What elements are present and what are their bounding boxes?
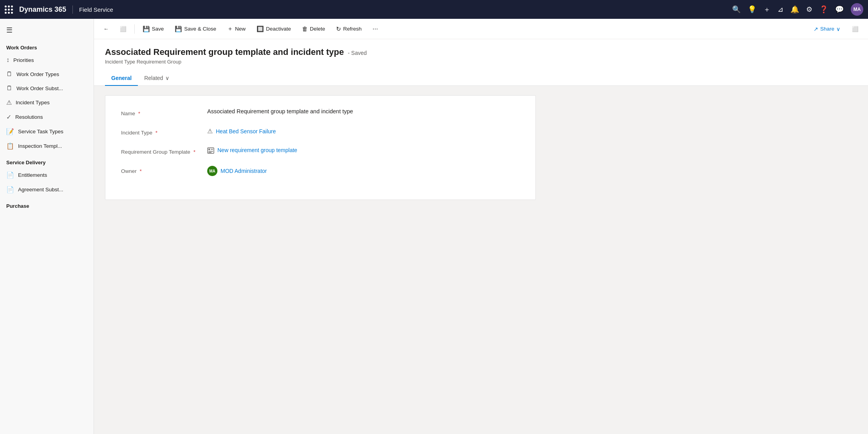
form-row-name: Name * Associated Requirement group temp… (121, 108, 520, 116)
module-name[interactable]: Field Service (79, 6, 113, 13)
bell-icon[interactable]: 🔔 (790, 5, 799, 14)
tab-general-label: General (111, 75, 132, 81)
sidebar-item-label: Work Order Types (16, 71, 59, 77)
save-close-label: Save & Close (184, 26, 216, 32)
deactivate-icon: 🔲 (257, 25, 264, 33)
form-row-incident-type: Incident Type * ⚠ Heat Bed Sensor Failur… (121, 127, 520, 136)
sidebar-item-entitlements[interactable]: 📄 Entitlements (0, 168, 94, 182)
req-group-required: * (193, 149, 195, 155)
owner-avatar: MA (207, 166, 217, 176)
req-group-label: Requirement Group Template * (121, 147, 207, 155)
entitlements-icon: 📄 (6, 171, 14, 179)
sidebar-item-label: Entitlements (18, 172, 47, 178)
more-button[interactable]: ⋯ (368, 24, 383, 35)
back-button[interactable]: ← (99, 24, 114, 34)
toolbar: ← ⬜ 💾 Save 💾 Save & Close ＋ New 🔲 Deacti… (94, 19, 868, 39)
inspection-templ-icon: 📋 (6, 142, 14, 150)
share-icon: ↗ (814, 26, 818, 32)
sidebar-toggle[interactable]: ☰ (0, 22, 94, 38)
open-new-icon: ⬜ (120, 26, 127, 32)
req-group-link[interactable]: New requirement group template (207, 147, 520, 154)
filter-icon[interactable]: ⊿ (778, 5, 783, 14)
save-label: Save (152, 26, 164, 32)
incident-type-required: * (156, 130, 157, 136)
resolutions-icon: ✓ (6, 113, 11, 121)
main-layout: ☰ Work Orders ↕ Priorities 🗒 Work Order … (0, 19, 868, 434)
refresh-label: Refresh (343, 26, 362, 32)
sidebar-item-inspection-templ[interactable]: 📋 Inspection Templ... (0, 139, 94, 153)
sidebar-item-priorities[interactable]: ↕ Priorities (0, 53, 94, 67)
incident-type-value: ⚠ Heat Bed Sensor Failure (207, 127, 520, 135)
sidebar-item-incident-types[interactable]: ⚠ Incident Types (0, 95, 94, 110)
save-close-icon: 💾 (175, 25, 182, 33)
saved-badge: - Saved (348, 50, 367, 56)
save-icon: 💾 (143, 25, 150, 33)
lightbulb-icon[interactable]: 💡 (748, 5, 756, 14)
delete-label: Delete (310, 26, 325, 32)
sidebar-item-label: Priorities (13, 57, 34, 63)
sidebar-item-resolutions[interactable]: ✓ Resolutions (0, 110, 94, 124)
sidebar-item-label: Resolutions (15, 114, 43, 120)
incident-type-link[interactable]: ⚠ Heat Bed Sensor Failure (207, 127, 520, 135)
form-container: Name * Associated Requirement group temp… (94, 86, 868, 434)
save-button[interactable]: 💾 Save (138, 23, 169, 35)
sidebar-item-label: Incident Types (16, 100, 50, 105)
popout-button[interactable]: ⬜ (847, 24, 863, 35)
page-title: Associated Requirement group template an… (105, 47, 857, 57)
sidebar-item-label: Inspection Templ... (18, 143, 62, 149)
refresh-icon: ↻ (336, 25, 341, 33)
name-value[interactable]: Associated Requirement group template an… (207, 108, 520, 114)
sidebar-item-label: Service Task Types (18, 129, 63, 134)
svg-point-1 (208, 149, 210, 150)
sidebar-item-service-task-types[interactable]: 📝 Service Task Types (0, 124, 94, 139)
sidebar-item-agreement-subst[interactable]: 📄 Agreement Subst... (0, 182, 94, 197)
search-icon[interactable]: 🔍 (732, 5, 741, 14)
tab-general[interactable]: General (105, 71, 138, 86)
name-label: Name * (121, 108, 207, 116)
user-avatar[interactable]: MA (851, 3, 863, 16)
back-icon: ← (103, 26, 109, 32)
delete-button[interactable]: 🗑 Delete (297, 23, 330, 35)
chat-icon[interactable]: 💬 (835, 5, 844, 14)
req-group-value: New requirement group template (207, 147, 520, 154)
svg-rect-3 (208, 151, 213, 152)
page-header: Associated Requirement group template an… (94, 39, 868, 65)
toolbar-right: ↗ Share ∨ ⬜ (808, 24, 863, 35)
owner-required: * (140, 168, 142, 174)
share-button[interactable]: ↗ Share ∨ (808, 24, 846, 35)
sidebar-item-work-order-types[interactable]: 🗒 Work Order Types (0, 67, 94, 81)
refresh-button[interactable]: ↻ Refresh (331, 23, 366, 35)
work-order-subst-icon: 🗒 (6, 85, 13, 92)
popout-icon: ⬜ (852, 26, 859, 32)
share-dropdown-icon: ∨ (836, 26, 840, 32)
sidebar-item-work-order-subst[interactable]: 🗒 Work Order Subst... (0, 81, 94, 95)
svg-rect-4 (208, 152, 212, 153)
owner-label: Owner * (121, 166, 207, 174)
deactivate-label: Deactivate (266, 26, 291, 32)
settings-icon[interactable]: ⚙ (806, 5, 812, 14)
warning-icon: ⚠ (207, 127, 213, 135)
tab-related-dropdown-icon: ∨ (165, 75, 169, 81)
help-icon[interactable]: ❓ (819, 5, 828, 14)
app-name[interactable]: Dynamics 365 (19, 5, 73, 14)
add-icon[interactable]: ＋ (763, 5, 770, 14)
open-in-new-button[interactable]: ⬜ (115, 24, 131, 35)
priorities-icon: ↕ (6, 56, 9, 64)
owner-name: MOD Administrator (221, 168, 267, 174)
tab-related[interactable]: Related ∨ (138, 71, 175, 86)
tab-related-label: Related (144, 75, 163, 81)
app-grid-icon[interactable] (5, 5, 13, 14)
page-subtitle: Incident Type Requirement Group (105, 59, 857, 65)
deactivate-button[interactable]: 🔲 Deactivate (252, 23, 296, 35)
sidebar: ☰ Work Orders ↕ Priorities 🗒 Work Order … (0, 19, 94, 434)
save-close-button[interactable]: 💾 Save & Close (170, 23, 221, 35)
work-order-types-icon: 🗒 (6, 71, 13, 78)
new-button[interactable]: ＋ New (222, 23, 250, 35)
form-row-owner: Owner * MA MOD Administrator (121, 166, 520, 176)
form-card: Name * Associated Requirement group temp… (105, 95, 536, 200)
svg-rect-2 (211, 149, 213, 150)
delete-icon: 🗑 (302, 25, 308, 32)
content-area: ← ⬜ 💾 Save 💾 Save & Close ＋ New 🔲 Deacti… (94, 19, 868, 434)
incident-type-text: Heat Bed Sensor Failure (216, 128, 276, 134)
owner-link[interactable]: MA MOD Administrator (207, 166, 520, 176)
